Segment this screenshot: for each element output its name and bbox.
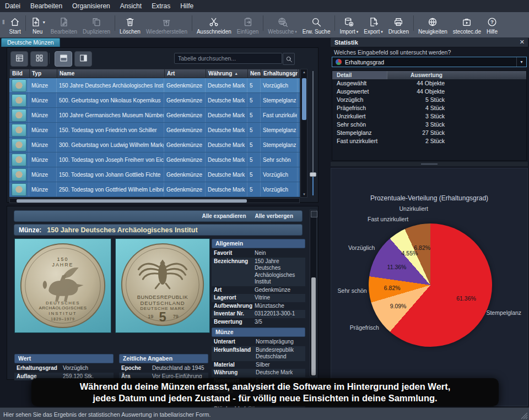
statistics-row[interactable]: Sehr schön3 Stück [332,121,526,129]
view-button-hsplit-view[interactable] [55,51,72,67]
menu-item-ansicht[interactable]: Ansicht [115,0,147,12]
toolbar-button-label: stecotec.de [453,29,481,35]
table-row[interactable]: Münze300. Geburtstag von Ludwig Wilhelm … [9,138,300,152]
horizontal-scrollbar[interactable] [9,198,300,203]
vertical-scrollbar[interactable]: ▲ ▼ [300,69,307,198]
view-button-table-view[interactable] [10,51,28,67]
statistics-row[interactable]: Prägefrisch4 Stück [332,104,526,112]
statistics-row[interactable]: Vorzüglich5 Stück [332,96,526,104]
close-icon[interactable]: ✕ [520,39,525,46]
statistics-row[interactable]: Ausgewählt44 Objekte [332,79,526,88]
view-button-vsplit-view[interactable] [74,51,92,67]
toolbar-button-export[interactable]: Export▾ [361,15,385,35]
section-header[interactable]: Zeitliche Angaben [119,354,208,363]
table-row[interactable]: Münze500. Geburtstag von Nikolaus Kopern… [9,93,300,108]
file-plus-icon [30,17,41,28]
statistics-row[interactable]: Stempelglanz27 Stück [332,129,526,137]
toolbar-button-import[interactable]: Import▾ [337,15,361,35]
table-row[interactable]: Münze150. Todestag von Friedrich von Sch… [9,123,300,138]
scroll-down-icon[interactable]: ▼ [303,193,306,196]
column-header-detail[interactable]: Detail [332,71,387,79]
field-value: Deutschland ab 1945 [152,365,208,372]
statistics-row[interactable]: Fast unzirkuliert2 Stück [332,137,526,145]
statistics-row[interactable]: Ausgewertet44 Objekte [332,88,526,96]
scroll-button[interactable] [311,211,317,217]
dropdown-caret-icon[interactable]: ▾ [43,20,45,25]
toolbar-button-löschen[interactable]: Löschen [117,15,143,35]
cell-waehrung: Deutsche Mark [206,138,247,152]
field-value: Nein [255,250,304,257]
toolbar-button-start[interactable]: Start [7,15,24,35]
scrollbar-thumb[interactable] [17,199,247,203]
toolbar-button-erw-suche[interactable]: Erw. Suche [300,15,333,35]
statistics-table-body: Ausgewählt44 ObjekteAusgewertet44 Objekt… [332,79,526,145]
column-header-name[interactable]: Name [57,69,165,78]
menu-item-bearbeiten[interactable]: Bearbeiten [25,0,67,12]
vsplit-view-icon [79,53,88,65]
toolbar-separator [263,15,263,31]
detail-scrollbar[interactable] [310,210,317,377]
cell-name: 300. Geburtstag von Ludwig Wilhelm Markg… [57,138,164,152]
scroll-up-icon[interactable]: ▲ [303,70,306,74]
cell-bild [9,182,29,197]
toolbar-button-neu[interactable]: ▾Neu [28,15,48,35]
statistics-row[interactable]: Unzirkuliert3 Stück [332,112,526,121]
slider-handle[interactable] [310,172,316,177]
toolbar-button-ausschneiden[interactable]: Ausschneiden [194,15,234,35]
toolbar-button-stecotec-de[interactable]: stecotec.de [450,15,484,35]
field-value: Gedenkmünze [255,287,304,294]
table-row[interactable]: Münze150. Todestag von Johann Gottlieb F… [9,167,300,182]
toolbar-button-hilfe[interactable]: ?Hilfe [484,15,500,35]
toolbar-grip-icon[interactable]: ‖ [0,19,7,31]
table-row[interactable]: Münze100. Todestag von Joseph Freiherr v… [9,152,300,167]
search-button[interactable] [283,53,295,65]
column-header-typ[interactable]: Typ [30,69,57,78]
search-input[interactable] [174,53,282,64]
pie-percent-label: 9.09% [390,303,407,309]
panel-splitter[interactable] [331,162,528,166]
tab-deutsche-muenzen[interactable]: Deutsche Münzen [1,38,60,47]
dropdown-caret-icon: ▾ [381,30,383,34]
chevron-down-icon[interactable]: ▾ [516,57,526,67]
detail-field-row: Bewertung3/5 [212,318,305,326]
resize-grip-icon[interactable] [521,412,528,419]
toolbar-button-label: Hilfe [487,29,498,35]
coin-photo-front[interactable]: 150JAHREDEUTSCHESARCHÄOLOGISCHESINSTITUT… [14,238,111,333]
table-row[interactable]: Münze250. Todestag von Gottfried Wilhelm… [9,182,300,197]
menu-item-organisieren[interactable]: Organisieren [67,0,115,12]
column-header-nennwert[interactable]: Nenn [248,69,261,78]
coin-photo-back[interactable]: BUNDESREPUBLIKDEUTSCHLANDDEUTSCHE MARK19… [115,238,210,333]
toolbar-button-drucken[interactable]: Drucken [386,15,412,35]
section-header[interactable]: Münze [212,328,305,337]
column-header-bild[interactable]: Bild [10,69,30,78]
menu-item-hilfe[interactable]: Hilfe [175,0,198,12]
section-header[interactable]: Wert [14,354,114,363]
expand-all-button[interactable]: Alle expandieren [202,213,246,219]
field-select-dropdown[interactable]: Erhaltungsgrad ▾ [332,57,527,67]
section-header[interactable]: Allgemein [212,239,305,248]
view-button-grid-view[interactable] [30,51,48,67]
collapse-all-button[interactable]: Alle verbergen [255,213,293,219]
table-row[interactable]: Münze150 Jahre Deutsches Archäologisches… [9,78,300,93]
column-header-waehrung[interactable]: Währung▲ [206,69,248,78]
toolbar-button-neuigkeiten[interactable]: Neuigkeiten [415,15,450,35]
column-header-auswertung[interactable]: Auswertung [387,71,466,79]
scrollbar-thumb[interactable] [302,78,306,120]
column-header-art[interactable]: Art [165,69,206,78]
table-row[interactable]: Münze100 Jahre Germanisches Museum Nürnb… [9,108,300,123]
stat-value: 44 Objekte [387,88,445,96]
collection-table-panel: BildTypNameArtWährung▲NennErhaltungsgrad… [7,47,319,203]
cell-nennwert: 5 [247,182,261,197]
thumbnail-size-slider[interactable] [310,70,317,197]
stat-value: 3 Stück [387,121,445,129]
menu-item-datei[interactable]: Datei [0,0,25,12]
menu-item-extras[interactable]: Extras [147,0,175,12]
field-value: Deutsche Mark [256,369,304,377]
pie-category-label: Prägefrisch [350,324,379,331]
coin-thumbnail [12,154,26,166]
toolbar-button-wiederherstellen: Wiederherstellen [143,15,190,35]
scrollbar-thumb[interactable] [311,277,316,375]
cell-typ: Münze [29,78,57,92]
cell-typ: Münze [29,182,57,197]
column-header-erhaltungsgrad[interactable]: Erhaltungsgrad [261,69,298,78]
